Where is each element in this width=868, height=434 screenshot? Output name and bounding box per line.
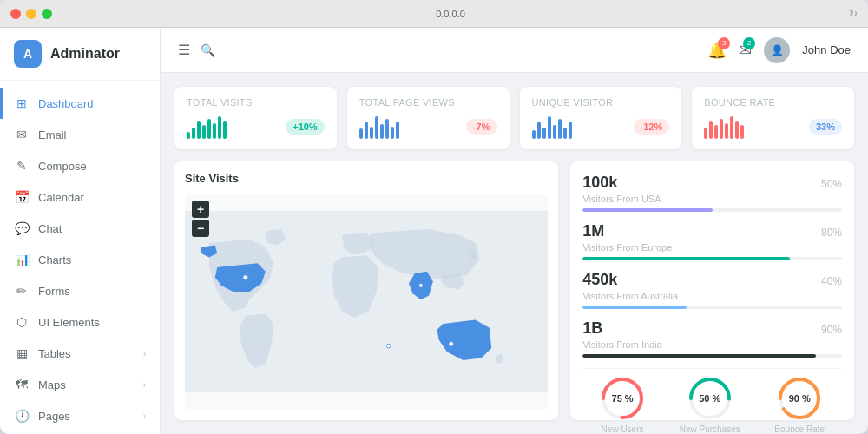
stat-body-2: -12% bbox=[532, 115, 670, 139]
stat-badge-1: -7% bbox=[466, 119, 497, 135]
stat-card-1: Total Page Views -7% bbox=[347, 87, 510, 149]
bar-0 bbox=[359, 128, 363, 139]
circle-label-1: New Purchases bbox=[680, 424, 740, 434]
calendar-icon: 📅 bbox=[14, 189, 30, 205]
stat-bars-2 bbox=[532, 115, 572, 139]
refresh-icon[interactable]: ↻ bbox=[849, 8, 858, 20]
sidebar-nav: ⊞ Dashboard ✉ Email ✎ Compose 📅 Calendar… bbox=[0, 81, 160, 434]
email-icon: ✉ bbox=[14, 127, 30, 142]
stats-panel: 100k 50% Visitors From USA 1M 80% Visito… bbox=[570, 161, 854, 420]
stat-title-0: Total Visits bbox=[187, 97, 325, 108]
ui-elements-icon: ⬡ bbox=[14, 314, 30, 330]
sidebar-item-tables[interactable]: ▦ Tables › bbox=[0, 338, 160, 369]
sidebar-item-maps[interactable]: 🗺 Maps › bbox=[0, 369, 160, 400]
circle-text-0: 75 % bbox=[612, 393, 634, 404]
progress-bar-0 bbox=[582, 208, 842, 212]
bar-5 bbox=[385, 119, 389, 139]
bar-1 bbox=[365, 122, 368, 139]
progress-bar-3 bbox=[582, 354, 842, 358]
sidebar-item-calendar[interactable]: 📅 Calendar bbox=[0, 181, 160, 213]
region-header-0: 100k 50% bbox=[582, 174, 842, 192]
minimize-button[interactable] bbox=[26, 9, 36, 19]
bar-7 bbox=[223, 121, 227, 139]
bar-4 bbox=[725, 123, 728, 139]
nav-label-maps: Maps bbox=[38, 378, 135, 391]
sidebar-item-ui-elements[interactable]: ⬡ UI Elements bbox=[0, 306, 160, 338]
stat-card-2: Unique Visitor -12% bbox=[520, 87, 682, 149]
logo: A Adminator bbox=[0, 28, 160, 81]
region-value-2: 450k bbox=[582, 271, 617, 289]
maximize-button[interactable] bbox=[42, 9, 52, 19]
region-value-0: 100k bbox=[582, 174, 617, 192]
bar-3 bbox=[202, 125, 206, 139]
stat-bars-1 bbox=[359, 115, 399, 139]
arrow-icon: › bbox=[143, 380, 146, 390]
compose-icon: ✎ bbox=[14, 158, 30, 174]
circle-item-0: 75 % New Users bbox=[600, 376, 645, 434]
region-pct-3: 90% bbox=[821, 324, 842, 336]
app-layout: A Adminator ⊞ Dashboard ✉ Email ✎ Compos… bbox=[0, 28, 868, 434]
sidebar-item-chat[interactable]: 💬 Chat bbox=[0, 213, 160, 244]
bar-6 bbox=[563, 128, 567, 139]
region-item-1: 1M 80% Visitors From Europe bbox=[582, 222, 842, 260]
region-item-3: 1B 90% Visitors From India bbox=[582, 319, 842, 358]
bar-2 bbox=[542, 128, 546, 139]
bar-0 bbox=[704, 128, 707, 139]
stat-body-1: -7% bbox=[359, 115, 497, 139]
search-icon[interactable]: 🔍 bbox=[201, 43, 215, 57]
nav-label-tables: Tables bbox=[38, 347, 135, 360]
world-map bbox=[185, 194, 548, 410]
bar-6 bbox=[218, 116, 221, 139]
stat-badge-2: -12% bbox=[634, 119, 670, 135]
zoom-out-button[interactable]: − bbox=[192, 220, 209, 237]
bar-3 bbox=[375, 116, 378, 139]
sidebar-item-pages[interactable]: 🕐 Pages › bbox=[0, 400, 160, 431]
map-title: Site Visits bbox=[185, 172, 548, 185]
bar-5 bbox=[558, 119, 562, 139]
region-item-2: 450k 40% Visitors From Australia bbox=[582, 271, 842, 309]
progress-fill-1 bbox=[582, 257, 790, 260]
circle-item-1: 50 % New Purchases bbox=[680, 376, 740, 434]
bar-7 bbox=[569, 122, 572, 139]
content-area: Total Visits +10% Total Page Views -7% U… bbox=[161, 73, 868, 434]
sidebar-item-email[interactable]: ✉ Email bbox=[0, 119, 160, 150]
svg-point-1 bbox=[243, 275, 248, 280]
zoom-in-button[interactable]: + bbox=[192, 201, 209, 218]
sidebar-item-compose[interactable]: ✎ Compose bbox=[0, 150, 160, 181]
stat-badge-3: 33% bbox=[809, 119, 842, 135]
url-bar: 0.0.0.0 bbox=[52, 9, 849, 19]
chat-icon: 💬 bbox=[14, 220, 30, 236]
circle-text-1: 50 % bbox=[699, 393, 720, 404]
bar-6 bbox=[391, 127, 394, 139]
circle-label-2: Bounce Rate bbox=[774, 424, 825, 434]
bar-4 bbox=[380, 124, 384, 139]
region-pct-1: 80% bbox=[821, 227, 842, 239]
nav-label-email: Email bbox=[38, 128, 146, 141]
bar-0 bbox=[187, 132, 190, 139]
map-controls: + − bbox=[192, 201, 209, 237]
window-controls bbox=[10, 9, 52, 19]
sidebar-item-dashboard[interactable]: ⊞ Dashboard bbox=[0, 88, 160, 119]
progress-fill-3 bbox=[582, 354, 816, 358]
topnav-right: 🔔 3 ✉ 2 👤 John Doe bbox=[707, 37, 851, 63]
sidebar-item-forms[interactable]: ✏ Forms bbox=[0, 275, 160, 306]
svg-point-3 bbox=[449, 342, 454, 347]
close-button[interactable] bbox=[10, 9, 21, 19]
notification-bell[interactable]: 🔔 3 bbox=[707, 41, 727, 60]
circle-chart-1: 50 % bbox=[687, 376, 733, 421]
circle-chart-2: 90 % bbox=[777, 376, 822, 421]
stat-body-0: +10% bbox=[187, 115, 325, 139]
notification-mail[interactable]: ✉ 2 bbox=[739, 41, 752, 60]
sidebar-item-charts[interactable]: 📊 Charts bbox=[0, 244, 160, 275]
progress-bar-1 bbox=[582, 257, 842, 260]
maps-icon: 🗺 bbox=[14, 377, 30, 392]
progress-bar-2 bbox=[582, 306, 842, 309]
map-container: + − bbox=[185, 194, 548, 410]
hamburger-icon[interactable]: ☰ bbox=[178, 42, 190, 58]
forms-icon: ✏ bbox=[14, 283, 30, 299]
circle-item-2: 90 % Bounce Rate bbox=[774, 376, 825, 434]
progress-fill-2 bbox=[582, 306, 687, 309]
bar-6 bbox=[735, 121, 739, 139]
map-section: Site Visits + − bbox=[174, 161, 558, 420]
bar-1 bbox=[537, 122, 541, 139]
